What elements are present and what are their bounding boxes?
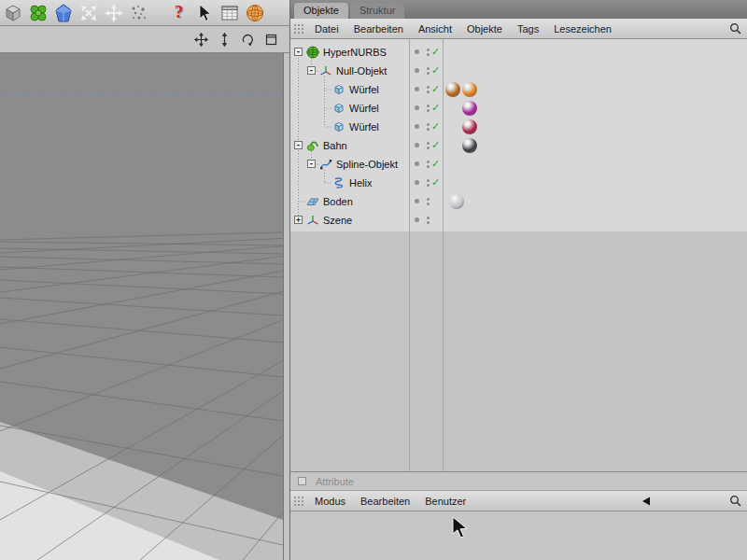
layer-dot[interactable] [415, 161, 419, 166]
object-tool-icon[interactable] [1, 1, 24, 25]
tree-row[interactable]: - Null-Objekt ✓ [290, 62, 747, 80]
scale-tool-icon[interactable] [77, 1, 100, 25]
render-visibility-dot[interactable] [427, 53, 430, 56]
menu-objekte[interactable]: Objekte [459, 19, 510, 39]
material-tag[interactable] [462, 101, 477, 116]
render-visibility-dot[interactable] [427, 91, 430, 93]
menu-bearbeiten[interactable]: Bearbeiten [346, 19, 411, 39]
layer-dot[interactable] [415, 180, 419, 185]
render-visibility-dot[interactable] [427, 109, 430, 112]
layer-dot[interactable] [415, 143, 419, 147]
menu-modus[interactable]: Modus [307, 491, 353, 511]
expander-toggle[interactable]: - [294, 141, 303, 149]
layer-dot[interactable] [415, 199, 419, 203]
pan-icon[interactable] [194, 33, 208, 47]
attribute-lock-icon[interactable] [298, 477, 306, 485]
layer-dot[interactable] [415, 124, 419, 129]
object-label[interactable]: Würfel [349, 118, 379, 136]
editor-visibility-dot[interactable] [427, 161, 430, 163]
tree-row[interactable]: - Spline-Objekt ✓ [290, 155, 747, 174]
object-label[interactable]: Helix [349, 174, 372, 192]
layer-dot[interactable] [415, 105, 419, 110]
layer-dot[interactable] [415, 68, 419, 73]
search-icon[interactable] [729, 495, 741, 507]
history-back-icon[interactable] [641, 496, 652, 507]
expander-toggle[interactable]: - [307, 66, 316, 75]
tree-row[interactable]: Boden [290, 192, 747, 211]
enabled-check[interactable]: ✓ [431, 155, 440, 174]
editor-visibility-dot[interactable] [427, 142, 430, 145]
help-icon[interactable]: ?? [167, 1, 190, 25]
grip-handle-icon[interactable] [293, 22, 304, 35]
material-tag[interactable] [462, 119, 477, 134]
menu-tags[interactable]: Tags [510, 19, 546, 39]
globe-tool-icon[interactable] [243, 1, 266, 25]
object-label[interactable]: Würfel [349, 99, 379, 118]
render-visibility-dot[interactable] [427, 147, 430, 149]
editor-visibility-dot[interactable] [427, 198, 430, 201]
enabled-check[interactable]: ✓ [431, 43, 440, 62]
tree-row[interactable]: Würfel ✓ [290, 99, 747, 118]
render-visibility-dot[interactable] [427, 165, 430, 168]
menu-ansicht[interactable]: Ansicht [411, 19, 459, 39]
tree-row[interactable]: Würfel ✓ [290, 80, 747, 99]
table-tool-icon[interactable] [218, 1, 241, 25]
layer-dot[interactable] [415, 49, 419, 54]
menu-bearbeiten-attr[interactable]: Bearbeiten [353, 491, 417, 511]
layer-dot[interactable] [415, 217, 419, 222]
tree-row[interactable]: Helix ✓ [290, 174, 747, 192]
object-label[interactable]: Szene [323, 211, 352, 230]
object-label[interactable]: Null-Objekt [336, 62, 387, 80]
enabled-check[interactable]: ✓ [431, 118, 440, 136]
enabled-check[interactable]: ✓ [431, 80, 440, 99]
tree-row[interactable]: Würfel ✓ [290, 118, 747, 136]
editor-visibility-dot[interactable] [427, 217, 430, 219]
expander-toggle[interactable]: - [307, 160, 316, 168]
maximize-icon[interactable] [264, 33, 278, 47]
menu-datei[interactable]: Datei [307, 19, 346, 39]
layer-dot[interactable] [415, 87, 419, 91]
rotate-icon[interactable] [241, 33, 255, 47]
expander-toggle[interactable]: - [294, 48, 303, 56]
tree-row[interactable]: - Bahn ✓ [290, 136, 747, 155]
particles-tool-icon[interactable] [127, 1, 150, 25]
editor-visibility-dot[interactable] [427, 123, 430, 126]
gem-tool-icon[interactable] [51, 1, 75, 25]
expander-toggle[interactable]: + [294, 216, 303, 224]
object-label[interactable]: Boden [323, 192, 353, 211]
tab-struktur[interactable]: Struktur [350, 3, 405, 19]
material-tag[interactable] [462, 82, 477, 97]
render-visibility-dot[interactable] [427, 72, 430, 75]
render-visibility-dot[interactable] [427, 221, 430, 224]
select-tool-icon[interactable] [192, 1, 216, 25]
menu-lesezeichen[interactable]: Lesezeichen [546, 19, 619, 39]
editor-visibility-dot[interactable] [427, 179, 430, 182]
move-tool-icon[interactable] [102, 1, 125, 25]
enabled-check[interactable]: ✓ [431, 99, 440, 118]
tree-row[interactable]: - HyperNURBS ✓ [290, 43, 747, 62]
zoom-icon[interactable] [218, 33, 232, 47]
editor-visibility-dot[interactable] [427, 86, 430, 89]
object-label[interactable]: HyperNURBS [323, 43, 387, 62]
modeling-tool-icon[interactable] [26, 1, 49, 25]
render-visibility-dot[interactable] [427, 128, 430, 131]
render-visibility-dot[interactable] [427, 184, 430, 187]
object-manager-list[interactable]: - HyperNURBS ✓ - Null-Objekt ✓ [290, 39, 747, 471]
object-label[interactable]: Spline-Objekt [336, 155, 398, 174]
material-tag[interactable] [449, 194, 464, 209]
tree-row[interactable]: + Szene [290, 211, 747, 230]
object-label[interactable]: Bahn [323, 136, 347, 155]
menu-benutzer[interactable]: Benutzer [417, 491, 473, 511]
enabled-check[interactable]: ✓ [431, 136, 440, 155]
enabled-check[interactable]: ✓ [431, 62, 440, 80]
editor-visibility-dot[interactable] [427, 49, 430, 51]
material-tag[interactable] [445, 82, 460, 97]
editor-visibility-dot[interactable] [427, 105, 430, 107]
editor-visibility-dot[interactable] [427, 67, 430, 70]
enabled-check[interactable]: ✓ [431, 174, 440, 192]
object-label[interactable]: Würfel [349, 80, 379, 99]
render-visibility-dot[interactable] [427, 203, 430, 205]
tab-objekte[interactable]: Objekte [294, 3, 348, 19]
grip-handle-icon[interactable] [293, 495, 304, 508]
search-icon[interactable] [729, 22, 741, 35]
